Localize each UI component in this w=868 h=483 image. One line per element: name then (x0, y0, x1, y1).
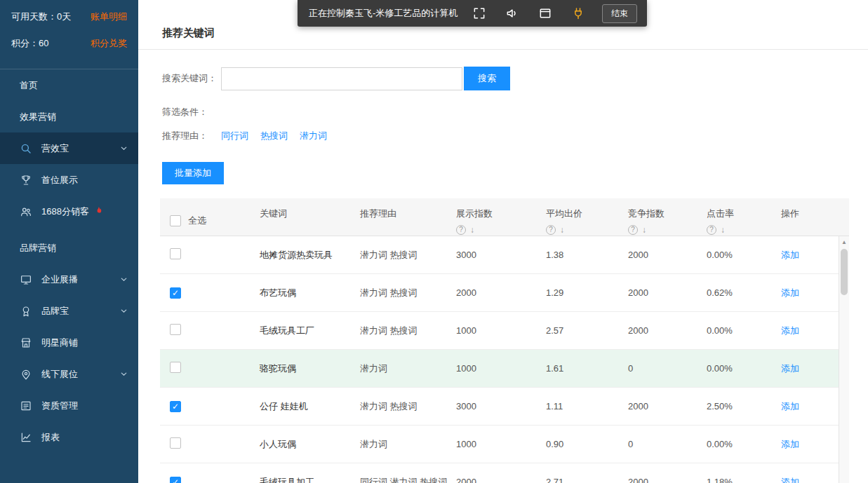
reason-cell: 同行词 潜力词 热搜词 (360, 476, 456, 483)
avg-price-cell: 2.57 (546, 325, 628, 336)
reason-cell: 潜力词 (360, 438, 456, 451)
competition-cell: 0 (628, 363, 707, 374)
table-row: 毛绒玩具工厂 潜力词 热搜词 1000 2.57 2000 0.00% 添加 (160, 312, 849, 350)
keyword-cell: 布艺玩偶 (260, 287, 360, 299)
help-icon[interactable]: ? (628, 225, 638, 235)
sidebar-item-label: 报表 (41, 431, 60, 444)
trophy-icon (20, 174, 32, 186)
select-all-checkbox[interactable] (170, 215, 181, 226)
sidebar-item-star-shop[interactable]: 明星商铺 (0, 327, 138, 358)
chevron-down-icon (119, 144, 128, 153)
row-checkbox[interactable] (170, 477, 181, 483)
add-keyword-link[interactable]: 添加 (781, 439, 799, 449)
competition-cell: 2000 (628, 325, 707, 336)
award-icon (20, 305, 32, 318)
remote-control-bar: 正在控制秦玉飞-米修工艺品的计算机 结束 (298, 0, 647, 27)
table-header-row: 全选 关键词 推荐理由 展示指数 ? ↓ 平均出价 ? ↓ (160, 198, 849, 236)
sidebar-item-effect-marketing[interactable]: 效果营销 (0, 101, 138, 132)
add-keyword-link[interactable]: 添加 (781, 401, 799, 411)
sidebar-item-qualification[interactable]: 资质管理 (0, 390, 138, 421)
search-button[interactable]: 搜索 (464, 67, 510, 90)
row-checkbox[interactable] (170, 287, 181, 299)
chevron-down-icon (119, 369, 128, 379)
plug-icon[interactable] (571, 6, 585, 20)
end-control-button[interactable]: 结束 (602, 4, 637, 23)
certificate-icon (20, 400, 32, 412)
keyword-table: 全选 关键词 推荐理由 展示指数 ? ↓ 平均出价 ? ↓ (160, 198, 849, 483)
impression-cell: 2000 (456, 477, 546, 483)
reason-cell: 潜力词 热搜词 (360, 325, 456, 337)
reason-cell: 潜力词 热搜词 (360, 287, 456, 299)
search-icon (20, 142, 32, 155)
help-icon[interactable]: ? (707, 225, 716, 235)
points-redeem-link[interactable]: 积分兑奖 (91, 37, 127, 50)
sort-desc-icon[interactable]: ↓ (721, 225, 725, 235)
avg-price-cell: 1.38 (546, 250, 628, 260)
sort-desc-icon[interactable]: ↓ (560, 225, 564, 235)
add-keyword-link[interactable]: 添加 (781, 287, 799, 298)
search-input[interactable] (221, 67, 462, 90)
ctr-cell: 1.18% (707, 477, 781, 483)
reason-filter-potential-words[interactable]: 潜力词 (300, 130, 327, 142)
table-row: 骆驼玩偶 潜力词 1000 1.61 0 0.00% 添加 (160, 350, 849, 388)
column-header-label: 展示指数 (456, 208, 546, 220)
chart-icon (20, 431, 32, 444)
help-icon[interactable]: ? (546, 225, 556, 235)
sidebar-item-reports[interactable]: 报表 (0, 421, 138, 453)
sort-desc-icon[interactable]: ↓ (470, 225, 474, 235)
column-header-ctr: 点击率 ? ↓ (707, 198, 781, 236)
sidebar-item-brand-treasure[interactable]: 品牌宝 (0, 295, 138, 327)
row-checkbox[interactable] (170, 437, 181, 449)
sidebar-item-offline-booth[interactable]: 线下展位 (0, 358, 138, 390)
sidebar-item-label: 首页 (20, 79, 38, 92)
add-keyword-link[interactable]: 添加 (781, 250, 799, 260)
table-scrollbar[interactable]: ▲ (839, 236, 849, 483)
impression-cell: 1000 (456, 325, 546, 336)
batch-add-button[interactable]: 批量添加 (162, 162, 224, 184)
row-checkbox[interactable] (170, 324, 181, 335)
keyword-cell: 公仔 娃娃机 (260, 400, 360, 413)
sidebar-item-yingxiaobao[interactable]: 营效宝 (0, 132, 138, 164)
speaker-icon[interactable] (505, 6, 519, 20)
sidebar-item-1688-distribution[interactable]: 1688分销客 (0, 196, 138, 227)
sidebar-item-home[interactable]: 首页 (0, 69, 138, 101)
recommend-reason-row: 推荐理由： 同行词 热搜词 潜力词 (162, 130, 868, 142)
row-checkbox[interactable] (170, 401, 181, 412)
reason-cell: 潜力词 热搜词 (360, 249, 456, 261)
shop-icon (20, 336, 32, 349)
scroll-up-button[interactable]: ▲ (839, 236, 849, 247)
billing-detail-link[interactable]: 账单明细 (91, 11, 127, 23)
impression-cell: 3000 (456, 401, 546, 411)
fullscreen-icon[interactable] (472, 6, 486, 20)
sidebar-item-label: 1688分销客 (41, 205, 89, 218)
row-checkbox[interactable] (170, 362, 181, 373)
window-icon[interactable] (538, 6, 552, 20)
ctr-cell: 2.50% (707, 401, 781, 411)
add-keyword-link[interactable]: 添加 (781, 325, 799, 336)
table-row: 小人玩偶 潜力词 1000 0.90 0 0.00% 添加 (160, 426, 849, 463)
help-icon[interactable]: ? (456, 225, 466, 235)
add-keyword-link[interactable]: 添加 (781, 363, 799, 374)
avg-price-cell: 1.29 (546, 287, 628, 298)
sort-desc-icon[interactable]: ↓ (642, 225, 646, 235)
column-header-label: 平均出价 (546, 208, 628, 220)
remote-status-text: 正在控制秦玉飞-米修工艺品的计算机 (309, 7, 458, 20)
sidebar-item-top-display[interactable]: 首位展示 (0, 164, 138, 196)
filter-condition-label: 筛选条件： (162, 106, 868, 118)
reason-filter-peer-words[interactable]: 同行词 (221, 130, 248, 142)
recommend-reason-label: 推荐理由： (162, 130, 221, 142)
reason-filter-hot-words[interactable]: 热搜词 (260, 130, 288, 142)
column-header-impression: 展示指数 ? ↓ (456, 198, 546, 236)
avg-price-cell: 2.71 (546, 477, 628, 483)
sidebar-item-enterprise-broadcast[interactable]: 企业展播 (0, 264, 138, 295)
add-keyword-link[interactable]: 添加 (781, 477, 799, 483)
sidebar-section-brand-marketing: 品牌营销 (0, 233, 138, 264)
competition-cell: 2000 (628, 287, 707, 298)
row-checkbox[interactable] (170, 248, 181, 259)
sidebar-account-stats: 可用天数：0天 账单明细 积分：60 积分兑奖 (0, 0, 138, 69)
users-icon (20, 205, 32, 218)
impression-cell: 3000 (456, 250, 546, 260)
ctr-cell: 0.00% (707, 363, 781, 374)
scrollbar-thumb[interactable] (841, 249, 848, 295)
keyword-cell: 毛绒玩具工厂 (260, 325, 360, 337)
